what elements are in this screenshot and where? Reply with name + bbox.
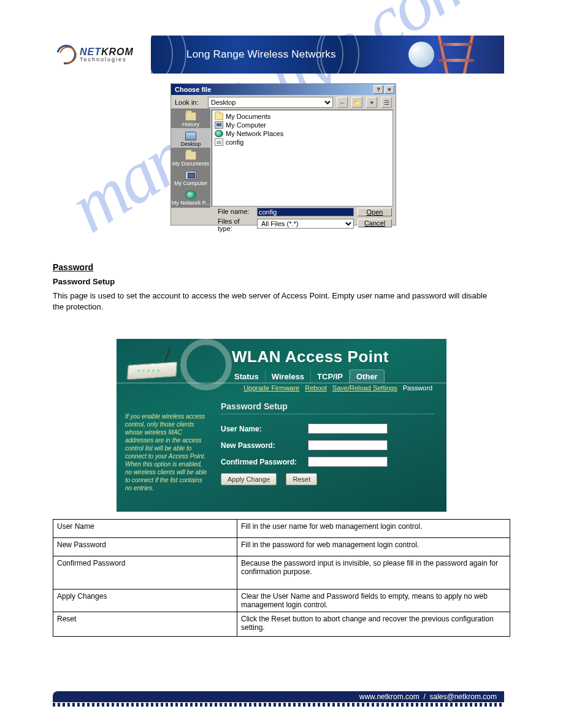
logo-subtext: Technologies [80,57,134,63]
filetype-label: Files of type: [218,218,253,232]
cell-key: New Password [53,538,237,556]
dialog-bottom: File name: Files of type: All Files (*.*… [171,208,396,225]
logo-swirl-icon [53,41,80,68]
parameter-table: User NameFill in the user name for web m… [53,519,510,637]
back-icon[interactable]: ← [337,97,348,108]
password-form: User Name: New Password: Confirmed Passw… [221,423,442,485]
router-icon [124,345,183,382]
reset-button[interactable]: Reset [286,473,317,485]
footer-sep: / [423,692,425,701]
view-menu-icon[interactable]: ☰ [381,97,392,108]
logo-text: NETKROM Technologies [80,47,134,63]
tab-tcpip[interactable]: TCP/IP [311,370,350,383]
place-network[interactable]: My Network P... [171,187,210,207]
place-desktop[interactable]: Desktop [171,128,210,148]
section-description: This page is used to set the account to … [53,290,489,312]
radio-tower-icon [438,36,497,74]
confirmpassword-label: Confirmed Password: [221,458,308,466]
wlan-admin-screenshot: WLAN Access Point Status Wireless TCP/IP… [117,339,446,512]
dish-antenna-icon [406,39,435,69]
wlan-tabs: Status Wireless TCP/IP Other [228,370,385,383]
file-item-my-documents[interactable]: My Documents [215,112,390,121]
newpassword-input[interactable] [308,440,388,450]
file-item-network-places[interactable]: My Network Places [215,129,390,138]
place-my-documents[interactable]: My Documents [171,148,210,167]
logo-text-a: NET [80,47,101,57]
sidebar-label: My Documents [172,161,209,167]
section-heading-password: Password [53,262,93,272]
filetype-select[interactable]: All Files (*.*) [257,219,354,229]
open-button[interactable]: Open [358,208,392,216]
subnav-save-reload[interactable]: Save/Reload Settings [332,384,397,392]
globe-icon [215,130,223,137]
cell-val: Fill in the password for web management … [237,538,510,556]
folder-icon [215,113,223,120]
choose-file-dialog: Choose file ? × Look in: Desktop ← 📁 ✦ ☰… [170,83,396,226]
computer-icon [185,171,196,180]
dialog-titlebar: Choose file ? × [171,84,396,95]
sidebar-label: My Computer [174,180,207,186]
cell-key: Confirmed Password [53,556,237,590]
file-item-label: My Network Places [226,130,283,137]
filename-label: File name: [218,208,253,215]
file-item-label: config [226,138,243,146]
panel-title: Password Setup [221,401,434,414]
places-sidebar: History Desktop My Documents My Computer… [171,108,210,208]
computer-icon [215,121,223,129]
logo-text-b: KROM [101,47,134,57]
netkrom-logo: NETKROM Technologies [53,36,151,74]
confirmpassword-input[interactable] [308,457,388,467]
section-subheading: Password Setup [53,277,115,286]
newpassword-label: New Password: [221,441,308,450]
sidebar-label: Desktop [180,141,201,147]
help-text: If you enable wireless access control, o… [125,412,210,492]
help-button[interactable]: ? [373,85,383,94]
cell-val: Click the Reset button to abort change a… [237,612,510,637]
file-item-config[interactable]: config [215,138,390,146]
cancel-button[interactable]: Cancel [358,219,392,227]
globe-icon [185,191,196,199]
tab-wireless[interactable]: Wireless [266,370,311,383]
cell-val: Because the password input is invisible,… [237,556,510,590]
cell-key: Reset [53,612,237,637]
file-item-label: My Documents [226,113,270,120]
tab-status[interactable]: Status [228,370,266,383]
lookin-label: Look in: [175,99,204,106]
username-label: User Name: [221,425,308,433]
cell-key: Apply Changes [53,590,237,612]
sidebar-label: History [182,121,199,127]
filename-input[interactable] [257,208,354,216]
lookin-select[interactable]: Desktop [208,97,333,108]
dialog-toolbar: Look in: Desktop ← 📁 ✦ ☰ [171,95,396,108]
footer-dots-decoration [53,703,504,707]
new-folder-icon[interactable]: ✦ [366,97,377,108]
banner-headline: Long Range Wireless Networks [186,48,336,61]
place-my-computer[interactable]: My Computer [171,167,210,187]
file-item-label: My Computer [226,121,266,129]
username-input[interactable] [308,423,388,434]
documents-folder-icon [185,151,196,160]
file-list[interactable]: My Documents My Computer My Network Plac… [212,110,393,207]
dialog-title: Choose file [172,86,372,93]
up-folder-icon[interactable]: 📁 [351,97,362,108]
footer-email[interactable]: sales@netkrom.com [429,692,497,701]
close-button[interactable]: × [385,85,394,94]
banner-right: Long Range Wireless Networks [151,36,504,74]
subnav-upgrade-firmware[interactable]: Upgrade Firmware [243,384,299,392]
history-folder-icon [185,112,196,121]
apply-change-button[interactable]: Apply Change [221,473,277,485]
file-item-my-computer[interactable]: My Computer [215,121,390,129]
wlan-title: WLAN Access Point [232,347,389,366]
desktop-icon [185,132,196,140]
footer-url[interactable]: www.netkrom.com [359,692,419,701]
ini-file-icon [215,138,223,146]
subnav-reboot[interactable]: Reboot [305,384,326,392]
sidebar-label: My Network P... [172,200,210,206]
tab-other[interactable]: Other [350,370,385,383]
wlan-subnav: Upgrade Firmware Reboot Save/Reload Sett… [242,384,434,392]
header-banner: NETKROM Technologies Long Range Wireless… [53,36,504,74]
page-footer: www.netkrom.com / sales@netkrom.com [53,691,504,707]
cell-val: Clear the User Name and Password fields … [237,590,510,612]
place-history[interactable]: History [171,108,210,128]
subnav-password[interactable]: Password [403,384,432,392]
